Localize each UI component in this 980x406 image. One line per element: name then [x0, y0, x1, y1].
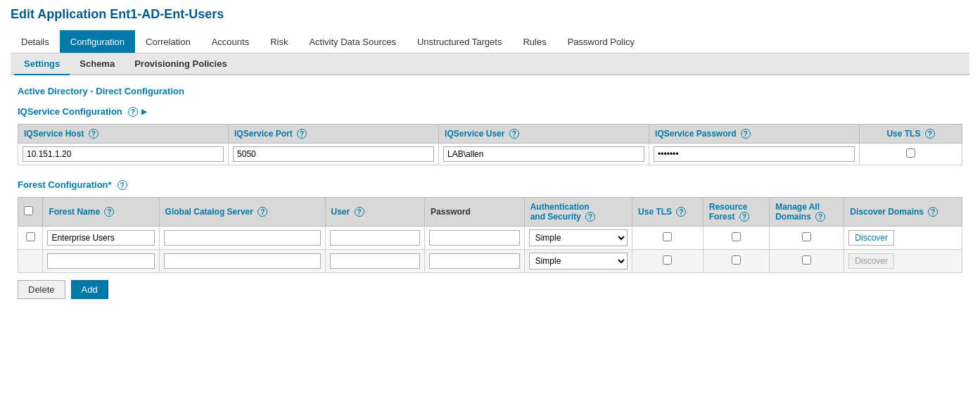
th-host-link[interactable]: IQService Host	[24, 129, 84, 139]
th-host-info[interactable]: ?	[89, 129, 98, 139]
subtab-provisioning-policies[interactable]: Provisioning Policies	[125, 53, 236, 74]
content-area: Active Directory - Direct Configuration …	[11, 75, 969, 324]
th-forest-user: User ?	[325, 198, 425, 227]
subtab-settings[interactable]: Settings	[14, 53, 70, 75]
th-forest-select-all	[18, 198, 43, 227]
th-resource-forest-info[interactable]: ?	[739, 212, 749, 222]
th-forest-password: Password	[425, 198, 525, 227]
iqservice-port-input[interactable]	[233, 146, 434, 162]
th-password-info[interactable]: ?	[741, 129, 751, 139]
th-forest-usetls-link[interactable]: Use TLS	[638, 207, 672, 217]
th-auth-security-info[interactable]: ?	[585, 212, 595, 222]
forest-row1-resource-forest-checkbox[interactable]	[732, 232, 741, 241]
forest-row1-checkbox[interactable]	[26, 232, 35, 241]
iqservice-section: IQService Configuration ? ▶ IQService Ho…	[18, 106, 962, 165]
forest-row2-auth-cell: Simple NTLM Kerberos	[524, 250, 632, 273]
iqservice-user-input[interactable]	[443, 146, 644, 162]
tab-unstructured-targets[interactable]: Unstructured Targets	[407, 30, 512, 53]
th-iqservice-user: IQService User ?	[439, 125, 649, 144]
iqservice-arrow-icon: ▶	[141, 108, 147, 115]
forest-row1-discover-button[interactable]: Discover	[848, 230, 894, 246]
th-forest-user-link[interactable]: User	[331, 207, 350, 217]
iqservice-user-cell	[439, 144, 649, 165]
forest-select-all-checkbox[interactable]	[24, 206, 33, 215]
th-discover-domains-info[interactable]: ?	[928, 207, 938, 217]
forest-row1-usetls-checkbox[interactable]	[663, 232, 672, 241]
forest-row2-manage-all-cell	[770, 250, 844, 273]
forest-row2-password-input[interactable]	[429, 253, 520, 269]
iqservice-password-cell	[649, 144, 860, 165]
th-manage-all-info[interactable]: ?	[815, 212, 825, 222]
forest-row1-user-input[interactable]	[330, 230, 421, 246]
iqservice-table: IQService Host ? IQService Port ? IQServ…	[18, 124, 962, 165]
th-global-catalog-link[interactable]: Global Catalog Server	[165, 207, 253, 217]
forest-row2-name-cell	[43, 250, 159, 273]
forest-row1-usetls-cell	[632, 227, 704, 250]
forest-row1-auth-select[interactable]: Simple NTLM Kerberos	[529, 229, 628, 246]
th-global-catalog-info[interactable]: ?	[257, 207, 267, 217]
th-forest-password-label: Password	[431, 207, 471, 217]
th-user-link[interactable]: IQService User	[445, 129, 504, 139]
th-forest-user-info[interactable]: ?	[355, 207, 364, 217]
forest-row2-global-catalog-input[interactable]	[164, 253, 321, 269]
th-user-info[interactable]: ?	[509, 129, 519, 139]
tab-configuration[interactable]: Configuration	[60, 30, 135, 53]
th-usetls-link[interactable]: Use TLS	[886, 129, 920, 139]
forest-row1-checkbox-cell	[18, 227, 43, 250]
th-password-link[interactable]: IQService Password	[655, 129, 736, 139]
forest-row1-auth-cell: Simple NTLM Kerberos	[524, 227, 632, 250]
forest-row1-name-cell	[43, 227, 159, 250]
forest-section-title[interactable]: Forest Configuration* ?	[18, 179, 962, 190]
forest-row1-manage-all-checkbox[interactable]	[802, 232, 811, 241]
iqservice-usetls-checkbox[interactable]	[906, 148, 915, 158]
forest-row1-global-catalog-input[interactable]	[164, 230, 321, 246]
tab-details[interactable]: Details	[11, 30, 60, 53]
iqservice-info-icon[interactable]: ?	[128, 107, 138, 117]
tab-rules[interactable]: Rules	[512, 30, 556, 53]
iqservice-host-cell	[18, 144, 229, 165]
th-forest-usetls-info[interactable]: ?	[676, 207, 686, 217]
page-container: Edit Application Ent1-AD-Ent-Users Detai…	[0, 0, 980, 331]
forest-row2-global-catalog-cell	[159, 250, 325, 273]
forest-row1-password-input[interactable]	[429, 230, 520, 246]
th-auth-security-link[interactable]: Authenticationand Security	[530, 202, 590, 222]
page-title: Edit Application Ent1-AD-Ent-Users	[11, 7, 969, 22]
forest-row1-resource-forest-cell	[703, 227, 769, 250]
iqservice-host-input[interactable]	[23, 146, 224, 162]
action-buttons: Delete Add	[18, 280, 962, 299]
forest-row2-resource-forest-checkbox[interactable]	[732, 255, 741, 265]
th-forest-name-link[interactable]: Forest Name	[49, 207, 100, 217]
tab-activity-data-sources[interactable]: Activity Data Sources	[298, 30, 407, 53]
tab-password-policy[interactable]: Password Policy	[557, 30, 645, 53]
forest-row2-auth-select[interactable]: Simple NTLM Kerberos	[529, 253, 628, 269]
th-manage-all-link[interactable]: Manage AllDomains	[775, 202, 820, 222]
subtab-schema[interactable]: Schema	[70, 53, 125, 74]
th-usetls-info[interactable]: ?	[925, 129, 935, 139]
forest-row2-usetls-checkbox[interactable]	[663, 255, 672, 265]
iqservice-row	[18, 144, 962, 165]
forest-row1-password-cell	[425, 227, 525, 250]
forest-row2-name-input[interactable]	[47, 253, 154, 269]
tab-correlation[interactable]: Correlation	[135, 30, 201, 53]
th-port-info[interactable]: ?	[297, 129, 307, 139]
th-discover-domains-link[interactable]: Discover Domains	[850, 207, 924, 217]
tab-accounts[interactable]: Accounts	[201, 30, 260, 53]
forest-row2-user-input[interactable]	[330, 253, 421, 269]
forest-row2-manage-all-checkbox[interactable]	[802, 255, 811, 265]
tab-risk[interactable]: Risk	[260, 30, 298, 53]
th-iqservice-password: IQService Password ?	[649, 125, 860, 144]
forest-row1-name-input[interactable]	[47, 230, 154, 246]
forest-row-2: Simple NTLM Kerberos	[18, 250, 962, 273]
th-forest-usetls: Use TLS ?	[632, 198, 704, 227]
forest-row2-user-cell	[325, 250, 425, 273]
forest-row2-resource-forest-cell	[703, 250, 769, 273]
iqservice-section-title[interactable]: IQService Configuration ? ▶	[18, 106, 962, 117]
delete-button[interactable]: Delete	[18, 280, 65, 299]
th-manage-all-domains: Manage AllDomains ?	[770, 198, 844, 227]
forest-row1-manage-all-cell	[770, 227, 844, 250]
th-port-link[interactable]: IQService Port	[234, 129, 293, 139]
add-button[interactable]: Add	[71, 280, 108, 299]
th-forest-name-info[interactable]: ?	[104, 207, 114, 217]
iqservice-password-input[interactable]	[654, 146, 855, 162]
forest-info-icon[interactable]: ?	[117, 180, 127, 190]
